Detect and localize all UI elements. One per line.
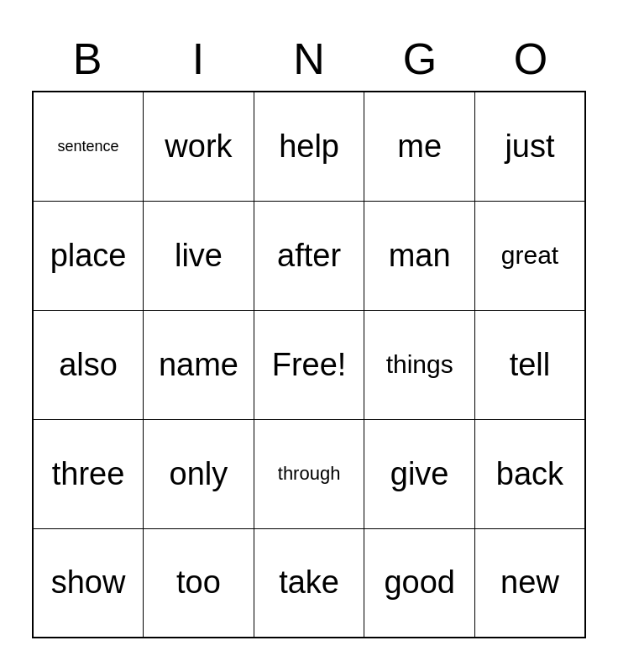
bingo-grid: sentenceworkhelpmejustplaceliveaftermang… <box>32 91 586 638</box>
grid-cell-4-1: too <box>144 528 254 638</box>
grid-cell-3-4: back <box>474 419 585 528</box>
grid-cell-0-3: me <box>364 92 475 201</box>
grid-cell-3-2: through <box>254 419 364 528</box>
grid-cell-3-0: three <box>33 419 144 528</box>
bingo-letter-n: N <box>254 34 364 84</box>
grid-cell-2-0: also <box>33 310 144 419</box>
bingo-letter-g: G <box>364 34 475 84</box>
grid-row-0: sentenceworkhelpmejust <box>33 92 585 201</box>
grid-cell-0-0: sentence <box>33 92 144 201</box>
grid-cell-1-2: after <box>254 201 364 310</box>
grid-cell-1-4: great <box>474 201 585 310</box>
grid-cell-4-3: good <box>364 528 475 638</box>
bingo-letter-b: B <box>32 34 143 84</box>
grid-cell-1-3: man <box>364 201 475 310</box>
grid-row-4: showtootakegoodnew <box>33 528 585 638</box>
grid-cell-2-4: tell <box>474 310 585 419</box>
grid-cell-2-1: name <box>144 310 254 419</box>
grid-row-1: placeliveaftermangreat <box>33 201 585 310</box>
grid-cell-2-2: Free! <box>254 310 364 419</box>
grid-cell-3-1: only <box>144 419 254 528</box>
grid-cell-0-2: help <box>254 92 364 201</box>
grid-cell-2-3: things <box>364 310 475 419</box>
grid-cell-0-4: just <box>474 92 585 201</box>
grid-cell-0-1: work <box>144 92 254 201</box>
bingo-header: BINGO <box>32 34 586 84</box>
grid-cell-4-0: show <box>33 528 144 638</box>
bingo-letter-o: O <box>475 34 586 84</box>
bingo-letter-i: I <box>143 34 254 84</box>
grid-cell-1-0: place <box>33 201 144 310</box>
grid-cell-3-3: give <box>364 419 475 528</box>
grid-cell-4-4: new <box>474 528 585 638</box>
grid-cell-1-1: live <box>144 201 254 310</box>
grid-cell-4-2: take <box>254 528 364 638</box>
grid-row-2: alsonameFree!thingstell <box>33 310 585 419</box>
grid-row-3: threeonlythroughgiveback <box>33 419 585 528</box>
bingo-card: BINGO sentenceworkhelpmejustplaceliveaft… <box>15 17 603 655</box>
